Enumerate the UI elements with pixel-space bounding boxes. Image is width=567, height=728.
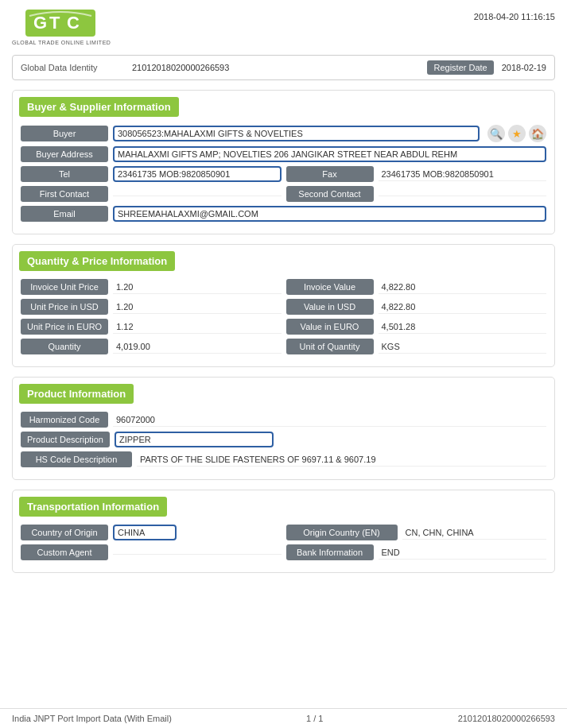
buyer-address-value: MAHALAXMI GIFTS AMP; NOVELTIES 206 JANGI… [113,146,546,162]
tel-label: Tel [21,166,108,182]
datetime: 2018-04-20 11:16:15 [474,8,555,21]
custom-agent-label: Custom Agent [21,544,108,560]
quantity-row: Quantity 4,019.00 Unit of Quantity KGS [21,339,546,354]
invoice-unit-price-value: 1.20 [113,281,282,294]
register-date-label: Register Date [427,60,493,75]
svg-text:C: C [67,13,80,33]
page-header: G T C GLOBAL TRADE ONLINE LIMITED 2018-0… [12,8,555,45]
product-description-row: Product Description ZIPPER [21,432,546,447]
quantity-value: 4,019.00 [113,340,282,354]
product-title: Product Information [19,384,134,404]
hs-code-description-row: HS Code Description PARTS OF THE SLIDE F… [21,451,546,467]
global-id-label: Global Data Identity [21,63,124,72]
contacts-row: First Contact Second Contact [21,186,546,202]
buyer-icons: 🔍 ★ 🏠 [487,125,546,142]
quantity-label: Quantity [21,339,108,354]
logo-svg: G T C [25,8,97,38]
first-contact-value [113,192,282,196]
product-description-value: ZIPPER [115,432,274,447]
quantity-price-title: Quantity & Price Information [19,251,175,271]
fax-label: Fax [286,166,374,182]
custom-agent-value [113,551,282,555]
buyer-row: Buyer 308056523:MAHALAXMI GIFTS & NOVELT… [21,125,546,142]
buyer-supplier-section: Buyer & Supplier Information Buyer 30805… [12,90,555,234]
value-euro-value: 4,501.28 [379,320,547,334]
second-contact-value [379,192,547,196]
product-description-label: Product Description [21,432,110,447]
global-id-row: Global Data Identity 2101201802000026659… [12,55,555,80]
harmonized-code-value: 96072000 [113,413,546,427]
footer-right: 21012018020000266593 [458,714,555,723]
footer-left: India JNPT Port Import Data (With Email) [12,714,172,723]
bank-information-label: Bank Information [286,544,374,560]
value-usd-label: Value in USD [286,299,374,315]
footer-center: 1 / 1 [306,714,323,723]
buyer-address-label: Buyer Address [21,146,108,162]
buyer-value: 308056523:MAHALAXMI GIFTS & NOVELTIES [113,126,480,141]
unit-of-quantity-label: Unit of Quantity [286,339,374,354]
invoice-row: Invoice Unit Price 1.20 Invoice Value 4,… [21,279,546,295]
bank-information-value: END [379,546,547,560]
hs-code-description-label: HS Code Description [21,451,132,467]
unit-of-quantity-value: KGS [379,340,547,354]
buyer-label: Buyer [21,126,108,141]
value-usd-value: 4,822.80 [379,300,547,314]
value-euro-label: Value in EURO [286,319,374,335]
home-icon[interactable]: 🏠 [529,125,546,142]
invoice-value-value: 4,822.80 [379,281,547,294]
logo-text: GLOBAL TRADE ONLINE LIMITED [12,40,111,45]
product-section: Product Information Harmonized Code 9607… [12,377,555,480]
origin-country-en-label: Origin Country (EN) [286,525,398,540]
country-of-origin-label: Country of Origin [21,525,108,540]
transportation-title: Transportation Information [19,497,167,517]
register-date-value: 2018-02-19 [502,63,546,72]
harmonized-code-row: Harmonized Code 96072000 [21,412,546,428]
origin-country-en-value: CN, CHN, CHINA [402,526,547,540]
hs-code-description-value: PARTS OF THE SLIDE FASTENERS OF 9697.11 … [137,453,546,467]
logo: G T C GLOBAL TRADE ONLINE LIMITED [12,8,111,45]
quantity-price-section: Quantity & Price Information Invoice Uni… [12,244,555,367]
search-icon[interactable]: 🔍 [487,125,505,142]
second-contact-label: Second Contact [286,186,374,202]
page-footer: India JNPT Port Import Data (With Email)… [0,708,567,728]
global-id-value: 21012018020000266593 [132,63,419,72]
buyer-address-row: Buyer Address MAHALAXMI GIFTS AMP; NOVEL… [21,146,546,162]
unit-price-euro-label: Unit Price in EURO [21,319,108,335]
euro-row: Unit Price in EURO 1.12 Value in EURO 4,… [21,319,546,335]
transportation-section: Transportation Information Country of Or… [12,490,555,573]
country-origin-row: Country of Origin CHINA Origin Country (… [21,525,546,540]
buyer-supplier-title: Buyer & Supplier Information [19,97,179,117]
unit-price-usd-label: Unit Price in USD [21,299,108,315]
svg-text:G: G [33,13,47,33]
harmonized-code-label: Harmonized Code [21,412,108,428]
first-contact-label: First Contact [21,186,108,202]
invoice-unit-price-label: Invoice Unit Price [21,279,108,295]
usd-row: Unit Price in USD 1.20 Value in USD 4,82… [21,299,546,315]
invoice-value-label: Invoice Value [286,279,374,295]
unit-price-euro-value: 1.12 [113,320,281,334]
country-of-origin-value: CHINA [113,525,177,540]
star-icon[interactable]: ★ [508,125,526,142]
email-value: SHREEMAHALAXMI@GMAIL.COM [113,206,546,222]
svg-text:T: T [49,13,60,33]
email-row: Email SHREEMAHALAXMI@GMAIL.COM [21,206,546,222]
fax-value: 23461735 MOB:9820850901 [379,168,547,181]
unit-price-usd-value: 1.20 [113,300,282,314]
tel-value: 23461735 MOB:9820850901 [113,166,282,182]
email-label: Email [21,206,108,222]
tel-fax-row: Tel 23461735 MOB:9820850901 Fax 23461735… [21,166,546,182]
custom-bank-row: Custom Agent Bank Information END [21,544,546,560]
